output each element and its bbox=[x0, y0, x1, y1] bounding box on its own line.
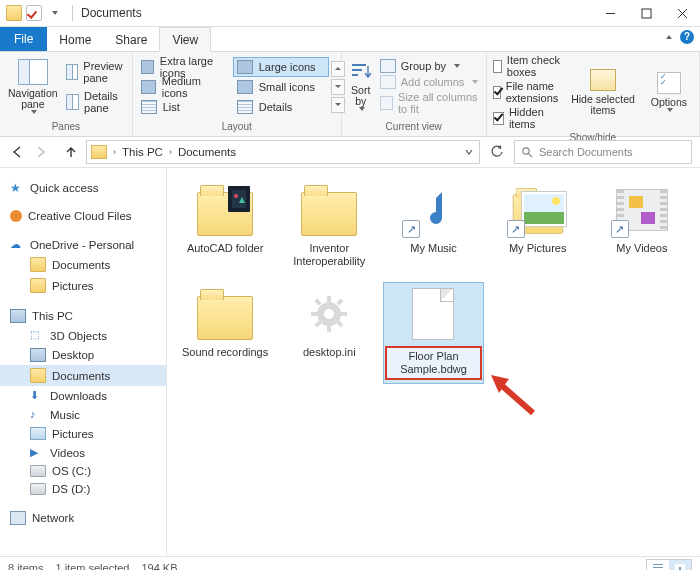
ribbon: Navigation pane Preview pane Details pan… bbox=[0, 52, 700, 137]
layout-extra-large-icons[interactable]: Extra large icons bbox=[137, 57, 233, 77]
view-mode-toggle bbox=[646, 559, 692, 570]
sidebar-item-onedrive[interactable]: ☁ OneDrive - Personal bbox=[0, 235, 166, 254]
qat-customise-dropdown[interactable] bbox=[52, 11, 58, 15]
checkbox-file-name-extensions[interactable]: File name extensions bbox=[493, 80, 564, 104]
search-input[interactable]: Search Documents bbox=[514, 140, 692, 164]
sidebar-item-pictures[interactable]: Pictures bbox=[0, 424, 166, 443]
file-item-my-pictures[interactable]: ↗ My Pictures bbox=[488, 178, 588, 272]
svg-rect-1 bbox=[642, 9, 651, 18]
navigation-pane: ★ Quick access Creative Cloud Files ☁ On… bbox=[0, 168, 167, 556]
folder-icon bbox=[298, 182, 360, 238]
view-large-icons-button[interactable] bbox=[669, 560, 691, 570]
sidebar-item-this-pc[interactable]: This PC bbox=[0, 306, 166, 326]
help-icon[interactable]: ? bbox=[680, 30, 694, 44]
view-details-button[interactable] bbox=[647, 560, 669, 570]
close-button[interactable] bbox=[664, 0, 700, 26]
breadcrumb-segment-documents[interactable]: Documents bbox=[178, 146, 236, 158]
file-item-my-music[interactable]: ↗ My Music bbox=[383, 178, 483, 272]
svg-rect-6 bbox=[352, 74, 358, 76]
svg-rect-19 bbox=[337, 298, 344, 305]
sidebar-item-creative-cloud[interactable]: Creative Cloud Files bbox=[0, 207, 166, 225]
layout-small-icons[interactable]: Small icons bbox=[233, 77, 329, 97]
tab-file[interactable]: File bbox=[0, 27, 47, 51]
video-icon: ▶ bbox=[30, 446, 44, 459]
back-button[interactable] bbox=[8, 143, 26, 161]
downloads-icon: ⬇ bbox=[30, 389, 44, 402]
picture-icon bbox=[30, 427, 46, 440]
ribbon-group-panes: Navigation pane Preview pane Details pan… bbox=[0, 52, 133, 136]
sidebar-item-desktop[interactable]: Desktop bbox=[0, 345, 166, 365]
size-columns-button[interactable]: Size all columns to fit bbox=[380, 91, 482, 115]
tab-home[interactable]: Home bbox=[47, 28, 103, 51]
drive-icon bbox=[30, 483, 46, 495]
sidebar-item-documents[interactable]: Documents bbox=[0, 365, 166, 386]
sidebar-item-onedrive-documents[interactable]: Documents bbox=[0, 254, 166, 275]
file-item-inventor-interoperability[interactable]: Inventor Interoperability bbox=[279, 178, 379, 272]
preview-pane-button[interactable]: Preview pane bbox=[66, 59, 128, 85]
folder-icon bbox=[30, 278, 46, 293]
svg-point-12 bbox=[324, 309, 334, 319]
folder-icon bbox=[194, 286, 256, 342]
group-by-button[interactable]: Group by bbox=[380, 59, 482, 73]
tab-view[interactable]: View bbox=[159, 27, 211, 52]
sidebar-item-network[interactable]: Network bbox=[0, 508, 166, 528]
sidebar-item-ds-d[interactable]: DS (D:) bbox=[0, 480, 166, 498]
sort-icon bbox=[350, 62, 372, 82]
navigation-pane-button[interactable]: Navigation pane bbox=[4, 54, 62, 119]
file-item-floor-plan-sample[interactable]: Floor Plan Sample.bdwg bbox=[383, 282, 483, 384]
folder-icon bbox=[194, 182, 256, 238]
sidebar-item-downloads[interactable]: ⬇ Downloads bbox=[0, 386, 166, 405]
cloud-icon: ☁ bbox=[10, 238, 24, 251]
star-icon: ★ bbox=[10, 181, 24, 194]
layout-large-icons[interactable]: Large icons bbox=[233, 57, 329, 77]
collapse-ribbon-icon[interactable] bbox=[666, 35, 672, 39]
sort-by-button[interactable]: Sort by bbox=[346, 54, 376, 119]
quick-access-toolbar bbox=[6, 5, 77, 21]
checkbox-item-check-boxes[interactable]: Item check boxes bbox=[493, 54, 564, 78]
list-icon bbox=[141, 100, 157, 114]
svg-rect-17 bbox=[315, 298, 322, 305]
breadcrumb[interactable]: › This PC › Documents bbox=[86, 140, 480, 164]
refresh-button[interactable] bbox=[486, 145, 508, 159]
tab-share[interactable]: Share bbox=[103, 28, 159, 51]
up-button[interactable] bbox=[62, 143, 80, 161]
svg-rect-15 bbox=[311, 312, 318, 316]
checkbox-hidden-items[interactable]: Hidden items bbox=[493, 106, 564, 130]
sidebar-item-quick-access[interactable]: ★ Quick access bbox=[0, 178, 166, 197]
search-placeholder: Search Documents bbox=[539, 146, 633, 158]
sidebar-item-onedrive-pictures[interactable]: Pictures bbox=[0, 275, 166, 296]
forward-button[interactable] bbox=[32, 143, 50, 161]
layout-scroll-up[interactable] bbox=[331, 61, 345, 77]
layout-list[interactable]: List bbox=[137, 97, 233, 117]
svg-rect-4 bbox=[352, 64, 366, 66]
file-item-sound-recordings[interactable]: Sound recordings bbox=[175, 282, 275, 384]
music-folder-icon: ↗ bbox=[402, 182, 464, 238]
minimize-button[interactable] bbox=[592, 0, 628, 26]
options-button[interactable]: Options bbox=[643, 54, 695, 130]
qat-properties-icon[interactable] bbox=[26, 5, 42, 21]
layout-expand[interactable] bbox=[331, 97, 345, 113]
file-item-autocad-folder[interactable]: AutoCAD folder bbox=[175, 178, 275, 272]
ribbon-group-caption: Current view bbox=[346, 119, 482, 134]
details-pane-button[interactable]: Details pane bbox=[66, 89, 128, 115]
cube-icon: ⬚ bbox=[30, 329, 44, 342]
sidebar-item-music[interactable]: ♪ Music bbox=[0, 405, 166, 424]
layout-medium-icons[interactable]: Medium icons bbox=[137, 77, 233, 97]
file-item-desktop-ini[interactable]: desktop.ini bbox=[279, 282, 379, 384]
sidebar-item-videos[interactable]: ▶ Videos bbox=[0, 443, 166, 462]
sidebar-item-3d-objects[interactable]: ⬚ 3D Objects bbox=[0, 326, 166, 345]
add-columns-button[interactable]: Add columns bbox=[380, 75, 482, 89]
options-label: Options bbox=[651, 97, 687, 108]
breadcrumb-segment-this-pc[interactable]: This PC bbox=[122, 146, 163, 158]
layout-details[interactable]: Details bbox=[233, 97, 329, 117]
file-item-my-videos[interactable]: ↗ My Videos bbox=[592, 178, 692, 272]
breadcrumb-history-dropdown[interactable] bbox=[459, 146, 479, 158]
sidebar-item-os-c[interactable]: OS (C:) bbox=[0, 462, 166, 480]
layout-scroll-down[interactable] bbox=[331, 79, 345, 95]
item-area[interactable]: AutoCAD folder Inventor Interoperability… bbox=[167, 168, 700, 556]
desktop-icon bbox=[30, 348, 46, 362]
size-columns-icon bbox=[380, 96, 393, 110]
maximize-button[interactable] bbox=[628, 0, 664, 26]
qat-app-icon[interactable] bbox=[6, 5, 22, 21]
hide-selected-items-button[interactable]: Hide selected items bbox=[563, 54, 643, 130]
